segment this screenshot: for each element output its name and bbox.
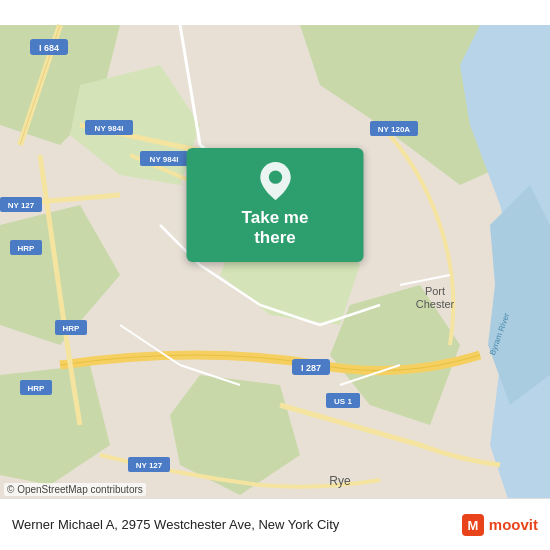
svg-text:Chester: Chester [416,298,455,310]
location-pin-icon [259,162,291,200]
svg-text:M: M [467,518,478,533]
address-text: Werner Michael A, 2975 Westchester Ave, … [12,517,462,532]
osm-credit-text: © OpenStreetMap contributors [7,484,143,495]
svg-text:NY 120A: NY 120A [378,125,411,134]
moovit-logo: M moovit [462,514,538,536]
svg-text:US 1: US 1 [334,397,352,406]
osm-credit: © OpenStreetMap contributors [4,483,146,496]
take-me-there-button[interactable]: Take me there [187,148,364,262]
svg-text:HRP: HRP [63,324,81,333]
svg-text:Rye: Rye [329,474,351,488]
svg-text:I 684: I 684 [39,43,59,53]
moovit-logo-icon: M [462,514,484,536]
map-container: I 684 HRP HRP HRP NY 984I NY 984I NY 127… [0,0,550,550]
svg-text:NY 127: NY 127 [136,461,163,470]
svg-text:HRP: HRP [18,244,36,253]
svg-text:NY 984I: NY 984I [150,155,179,164]
info-bar: Werner Michael A, 2975 Westchester Ave, … [0,498,550,550]
take-me-there-label: Take me there [227,208,324,248]
svg-text:NY 984I: NY 984I [95,124,124,133]
svg-text:HRP: HRP [28,384,46,393]
svg-text:I 287: I 287 [301,363,321,373]
svg-text:NY 127: NY 127 [8,201,35,210]
moovit-logo-text: moovit [489,516,538,533]
svg-point-53 [268,171,281,184]
map-background: I 684 HRP HRP HRP NY 984I NY 984I NY 127… [0,0,550,550]
svg-text:Port: Port [425,285,445,297]
